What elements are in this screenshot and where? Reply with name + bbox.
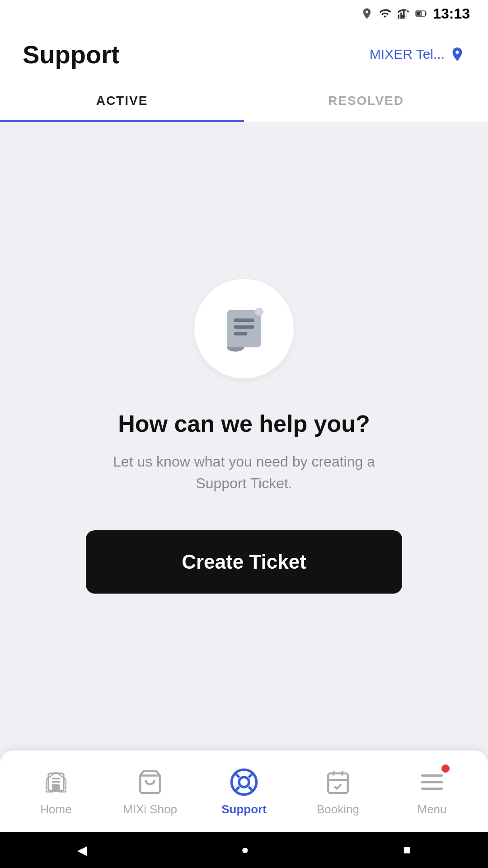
home-icon bbox=[43, 769, 69, 795]
svg-rect-12 bbox=[234, 332, 248, 336]
nav-label-support: Support bbox=[221, 802, 267, 816]
support-icon bbox=[229, 767, 259, 797]
svg-rect-9 bbox=[227, 343, 244, 347]
back-button[interactable]: ◀ bbox=[77, 843, 87, 858]
booking-icon bbox=[325, 769, 351, 795]
svg-line-22 bbox=[235, 773, 239, 777]
nav-label-mixi-shop: MIXi Shop bbox=[123, 802, 177, 816]
svg-rect-26 bbox=[328, 773, 348, 793]
help-heading: How can we help you? bbox=[118, 410, 370, 437]
location-label: MIXER Tel... bbox=[370, 47, 445, 62]
svg-point-13 bbox=[255, 307, 263, 316]
app-header: Support MIXER Tel... bbox=[0, 27, 488, 81]
wifi-icon bbox=[379, 7, 391, 20]
nav-item-booking[interactable]: Booking bbox=[304, 766, 372, 816]
nav-item-home[interactable]: Home bbox=[22, 766, 90, 816]
tab-bar: ACTIVE RESOLVED bbox=[0, 81, 488, 122]
help-subtext: Let us know what you need by creating a … bbox=[86, 451, 402, 494]
svg-rect-0 bbox=[398, 14, 399, 19]
svg-line-24 bbox=[249, 773, 253, 777]
svg-rect-3 bbox=[406, 8, 408, 19]
svg-rect-10 bbox=[234, 319, 254, 322]
nav-item-menu[interactable]: Menu bbox=[398, 766, 466, 816]
menu-notification-dot bbox=[441, 764, 450, 773]
android-nav-bar: ◀ ● ■ bbox=[0, 832, 488, 868]
svg-rect-18 bbox=[52, 784, 57, 786]
tab-resolved[interactable]: RESOLVED bbox=[244, 81, 488, 122]
shop-icon-wrap bbox=[134, 766, 166, 798]
recents-button[interactable]: ■ bbox=[403, 843, 411, 857]
bottom-nav: Home MIXi Shop Support bbox=[0, 750, 488, 832]
battery-icon bbox=[415, 7, 427, 20]
status-bar: 13:13 bbox=[0, 0, 488, 27]
nav-item-mixi-shop[interactable]: MIXi Shop bbox=[116, 766, 184, 816]
status-time: 13:13 bbox=[433, 5, 470, 22]
menu-icon-wrap bbox=[416, 766, 448, 798]
location-pin-icon bbox=[449, 46, 465, 62]
nav-label-booking: Booking bbox=[317, 802, 359, 816]
support-icon-wrap bbox=[228, 766, 260, 798]
svg-rect-1 bbox=[400, 13, 402, 19]
main-content: How can we help you? Let us know what yo… bbox=[0, 122, 488, 750]
status-icons: 13:13 bbox=[361, 5, 470, 22]
tab-active[interactable]: ACTIVE bbox=[0, 81, 244, 122]
svg-rect-16 bbox=[52, 778, 60, 779]
create-ticket-button[interactable]: Create Ticket bbox=[86, 530, 402, 594]
booking-icon-wrap bbox=[322, 766, 354, 798]
location-status-icon bbox=[361, 7, 373, 20]
location-selector[interactable]: MIXER Tel... bbox=[370, 46, 465, 62]
home-button[interactable]: ● bbox=[241, 843, 249, 857]
svg-line-25 bbox=[235, 787, 239, 791]
svg-point-21 bbox=[239, 777, 249, 787]
nav-item-support[interactable]: Support bbox=[210, 766, 278, 816]
signal-icon bbox=[397, 7, 409, 20]
nav-label-menu: Menu bbox=[417, 802, 446, 816]
shop-icon bbox=[137, 769, 163, 795]
document-icon bbox=[217, 302, 271, 356]
svg-rect-17 bbox=[52, 781, 60, 783]
svg-rect-11 bbox=[234, 326, 254, 329]
nav-label-home: Home bbox=[40, 802, 71, 816]
page-title: Support bbox=[23, 40, 120, 69]
home-icon-wrap bbox=[40, 766, 72, 798]
empty-state-icon-circle bbox=[194, 279, 294, 378]
svg-line-23 bbox=[249, 787, 253, 791]
menu-icon bbox=[419, 769, 445, 795]
svg-rect-5 bbox=[425, 13, 426, 15]
svg-rect-2 bbox=[403, 10, 405, 19]
